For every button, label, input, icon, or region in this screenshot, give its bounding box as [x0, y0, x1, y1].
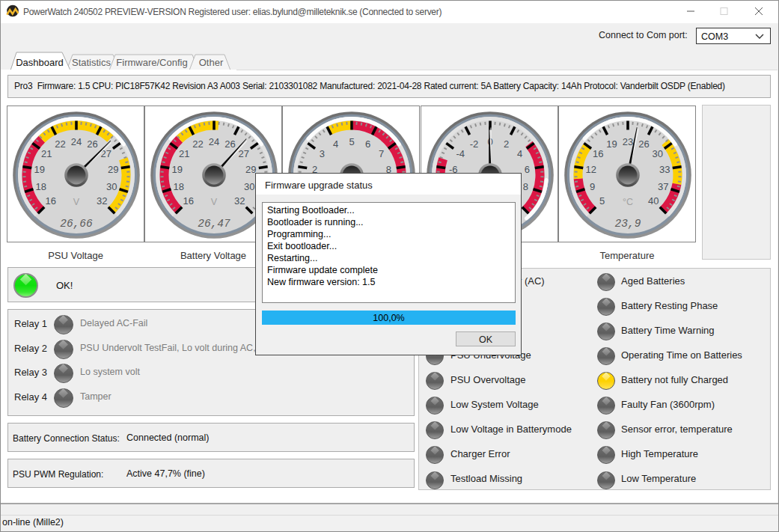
svg-text:2: 2 — [504, 138, 509, 150]
svg-text:4: 4 — [333, 138, 338, 150]
svg-text:Statistics: Statistics — [72, 57, 111, 68]
svg-text:V: V — [73, 197, 80, 207]
svg-text:23: 23 — [623, 136, 633, 147]
svg-text:24: 24 — [209, 136, 219, 147]
svg-text:26: 26 — [224, 138, 235, 150]
svg-text:19: 19 — [606, 138, 617, 150]
svg-text:30: 30 — [652, 148, 662, 159]
svg-text:33: 33 — [659, 164, 670, 175]
svg-text:32: 32 — [97, 195, 107, 207]
svg-text:3: 3 — [320, 148, 325, 159]
svg-text:26: 26 — [87, 138, 97, 150]
svg-text:16: 16 — [45, 195, 55, 207]
svg-text:Dashboard: Dashboard — [16, 57, 64, 68]
svg-text:18: 18 — [173, 181, 183, 192]
svg-text:5: 5 — [349, 136, 354, 147]
svg-text:21: 21 — [179, 148, 189, 159]
svg-text:32: 32 — [234, 195, 245, 207]
svg-text:16: 16 — [593, 148, 603, 159]
svg-text:26,66: 26,66 — [60, 218, 93, 230]
svg-text:12: 12 — [585, 164, 596, 175]
svg-text:30: 30 — [106, 181, 117, 192]
svg-text:30: 30 — [244, 181, 254, 192]
svg-text:26,47: 26,47 — [198, 218, 230, 230]
svg-text:40: 40 — [648, 195, 659, 207]
svg-text:18: 18 — [35, 181, 46, 192]
svg-text:4: 4 — [517, 148, 522, 159]
svg-text:22: 22 — [192, 138, 203, 150]
svg-text:29: 29 — [108, 164, 118, 175]
svg-text:Firmware/Config: Firmware/Config — [116, 57, 187, 68]
svg-text:-4: -4 — [456, 148, 465, 159]
svg-text:24: 24 — [71, 136, 82, 147]
svg-text:8: 8 — [523, 181, 528, 192]
svg-text:19: 19 — [171, 164, 182, 175]
svg-text:16: 16 — [183, 195, 193, 207]
svg-text:7: 7 — [379, 148, 384, 159]
svg-text:22: 22 — [55, 138, 65, 150]
svg-text:19: 19 — [34, 164, 44, 175]
svg-text:°C: °C — [623, 197, 633, 207]
svg-text:6: 6 — [365, 138, 370, 150]
svg-text:37: 37 — [658, 181, 668, 192]
svg-text:23,9: 23,9 — [615, 218, 641, 230]
svg-text:5: 5 — [599, 195, 605, 207]
svg-text:Other: Other — [199, 57, 224, 68]
svg-text:21: 21 — [41, 148, 52, 159]
svg-text:V: V — [211, 197, 218, 207]
svg-text:-2: -2 — [470, 138, 479, 150]
svg-text:26: 26 — [638, 138, 649, 150]
svg-text:27: 27 — [238, 148, 248, 159]
svg-text:6: 6 — [525, 164, 530, 175]
svg-text:9: 9 — [590, 181, 595, 192]
